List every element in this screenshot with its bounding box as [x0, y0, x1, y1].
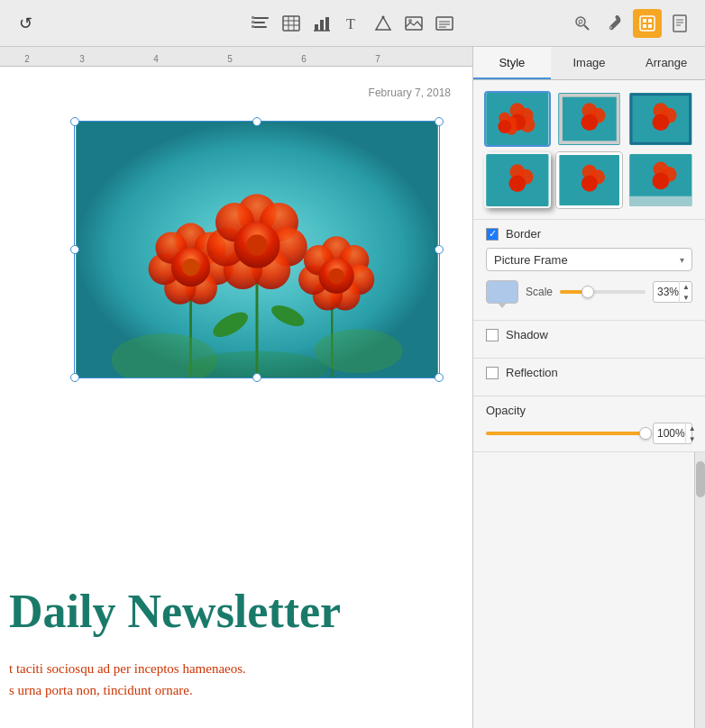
reflection-label: Reflection	[506, 366, 558, 379]
reflection-row: Reflection	[486, 366, 692, 379]
border-color-swatch[interactable]	[486, 280, 518, 304]
opacity-label: Opacity	[486, 404, 692, 417]
shape-tool-button[interactable]	[369, 9, 398, 38]
ruler-mark: 4	[119, 54, 193, 64]
style-thumb-3[interactable]	[627, 91, 694, 147]
handle-bottom-right[interactable]	[435, 373, 444, 382]
handle-top-left[interactable]	[70, 117, 79, 126]
svg-rect-28	[640, 16, 655, 31]
style-thumb-5[interactable]	[556, 152, 623, 208]
text-tool-button[interactable]: T	[338, 9, 367, 38]
wrench-button[interactable]	[600, 9, 629, 38]
list-style-tool-button[interactable]	[430, 9, 459, 38]
scale-stepper-up[interactable]: ▲	[680, 281, 692, 292]
handle-top-middle[interactable]	[252, 117, 261, 126]
main-layout: 2 3 4 5 6 7 February 7, 2018	[0, 47, 705, 728]
handle-middle-right[interactable]	[435, 245, 444, 254]
shadow-label: Shadow	[506, 328, 548, 341]
style-thumbnails	[473, 80, 705, 219]
svg-point-16	[382, 15, 385, 18]
zoom-button[interactable]: +	[568, 9, 597, 38]
toolbar-center-tools: T	[246, 9, 459, 38]
opacity-slider-thumb[interactable]	[639, 427, 652, 440]
scale-slider[interactable]	[560, 285, 645, 299]
swatch-triangle	[498, 303, 507, 308]
svg-rect-0	[252, 17, 269, 19]
list-tool-button[interactable]	[246, 9, 275, 38]
panel-tabs: Style Image Arrange	[473, 47, 705, 80]
document-button[interactable]	[665, 9, 694, 38]
style-thumb-6[interactable]	[627, 152, 694, 208]
scale-value-input[interactable]: 33% ▲ ▼	[653, 281, 692, 303]
style-thumb-2[interactable]	[556, 91, 623, 147]
chart-tool-button[interactable]	[307, 9, 336, 38]
svg-rect-12	[320, 20, 324, 31]
opacity-value-text: 100%	[657, 427, 685, 440]
panel-scrollbar[interactable]	[694, 452, 705, 728]
svg-point-51	[182, 259, 200, 277]
svg-point-60	[246, 234, 268, 256]
border-type-label: Picture Frame	[494, 253, 568, 267]
panel-scrollbar-thumb[interactable]	[696, 461, 705, 497]
border-dropdown-row: Picture Frame ▾	[486, 248, 692, 271]
handle-middle-left[interactable]	[70, 245, 79, 254]
page-content: February 7, 2018	[0, 67, 472, 728]
newsletter-body: t taciti sociosqu ad per inceptos hamena…	[9, 658, 246, 701]
svg-rect-33	[673, 15, 686, 32]
border-checkbox[interactable]: ✓	[486, 228, 499, 241]
scale-slider-thumb[interactable]	[581, 286, 594, 298]
svg-text:+: +	[578, 21, 581, 26]
image-tool-button[interactable]	[399, 9, 428, 38]
ruler-mark: 7	[341, 54, 415, 64]
svg-point-27	[609, 26, 612, 29]
handle-top-right[interactable]	[435, 117, 444, 126]
border-type-dropdown[interactable]: Picture Frame ▾	[486, 248, 692, 271]
style-thumb-1[interactable]	[484, 91, 551, 147]
opacity-stepper-down[interactable]: ▼	[686, 433, 699, 444]
ruler-mark: 5	[193, 54, 267, 64]
border-label: Border	[506, 227, 541, 241]
svg-rect-30	[648, 19, 652, 23]
style-thumb-4[interactable]	[484, 152, 551, 208]
svg-point-81	[498, 120, 511, 133]
ruler-mark: 3	[45, 54, 119, 64]
scale-stepper: ▲ ▼	[679, 281, 692, 303]
tab-image[interactable]: Image	[551, 47, 628, 79]
undo-button[interactable]: ↺	[11, 9, 40, 38]
scale-row: Scale 33% ▲ ▼	[486, 280, 692, 304]
opacity-slider-fill	[486, 432, 645, 435]
svg-rect-6	[283, 16, 299, 31]
format-button[interactable]	[633, 9, 662, 38]
svg-point-99	[581, 176, 597, 192]
svg-point-86	[581, 114, 598, 131]
flower-image	[75, 122, 439, 378]
handle-bottom-middle[interactable]	[252, 373, 261, 382]
handle-bottom-left[interactable]	[70, 373, 79, 382]
ruler-mark: 2	[9, 54, 45, 64]
svg-point-91	[653, 114, 670, 131]
tab-style[interactable]: Style	[473, 47, 551, 79]
opacity-slider[interactable]	[486, 426, 645, 441]
opacity-value-input[interactable]: 100% ▲ ▼	[653, 423, 692, 444]
ruler-mark: 6	[267, 54, 341, 64]
opacity-stepper-up[interactable]: ▲	[686, 423, 699, 433]
opacity-section: Opacity 100% ▲ ▼	[473, 396, 705, 451]
table-tool-button[interactable]	[277, 9, 306, 38]
newsletter-title: Daily Newsletter	[9, 585, 341, 638]
svg-rect-11	[315, 24, 318, 31]
opacity-stepper: ▲ ▼	[685, 423, 699, 444]
tab-arrange[interactable]: Arrange	[627, 47, 705, 79]
reflection-checkbox[interactable]	[486, 367, 499, 379]
svg-rect-3	[252, 16, 254, 19]
scale-stepper-down[interactable]: ▼	[680, 292, 692, 303]
svg-rect-2	[252, 26, 267, 28]
shadow-checkbox[interactable]	[486, 329, 499, 341]
svg-rect-4	[252, 21, 254, 23]
toolbar-right-tools: +	[568, 9, 694, 38]
opacity-row: 100% ▲ ▼	[486, 423, 692, 444]
newsletter-body-line2: s urna porta non, tincidunt ornare.	[9, 679, 246, 701]
svg-rect-19	[436, 17, 453, 30]
page-white: February 7, 2018	[0, 67, 472, 728]
svg-rect-31	[643, 24, 646, 28]
image-container[interactable]	[72, 119, 442, 380]
